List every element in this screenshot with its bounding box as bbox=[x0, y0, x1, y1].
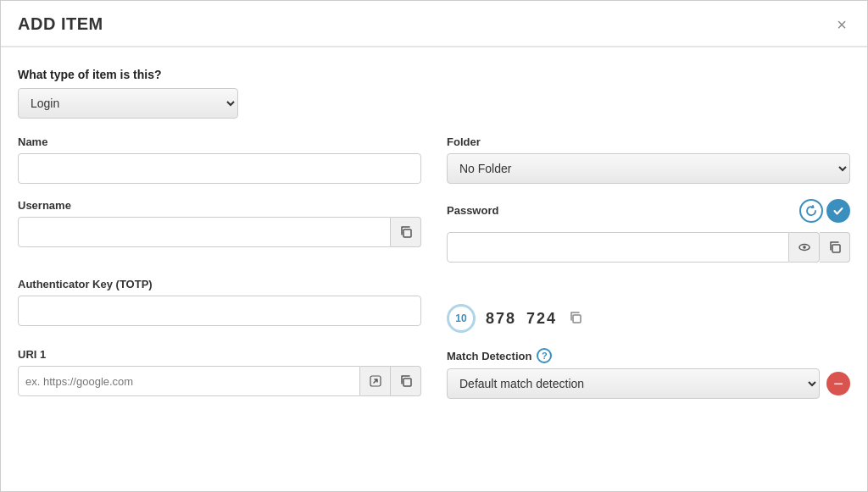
username-input[interactable] bbox=[18, 217, 391, 247]
totp-section: Authenticator Key (TOTP) 10 878 724 bbox=[18, 278, 850, 333]
password-input-wrapper bbox=[447, 232, 850, 263]
regenerate-password-button[interactable] bbox=[799, 199, 823, 223]
copy-password-button[interactable] bbox=[820, 232, 850, 263]
match-detection-help-button[interactable]: ? bbox=[537, 348, 552, 363]
username-input-wrapper bbox=[18, 217, 421, 247]
remove-uri-button[interactable]: − bbox=[826, 372, 850, 395]
launch-icon bbox=[370, 375, 381, 387]
totp-code-1: 878 bbox=[486, 310, 516, 328]
totp-label: Authenticator Key (TOTP) bbox=[18, 278, 850, 290]
password-label: Password bbox=[447, 204, 498, 217]
check-password-button[interactable] bbox=[826, 199, 850, 223]
folder-label: Folder bbox=[447, 135, 850, 148]
eye-icon bbox=[798, 240, 811, 254]
name-folder-row: Name Folder No Folder Personal Work bbox=[18, 135, 850, 184]
match-detection-label: Match Detection bbox=[447, 350, 531, 362]
uri-match-row: URI 1 bbox=[18, 348, 850, 399]
password-field-group: Password bbox=[447, 199, 850, 263]
svg-rect-3 bbox=[832, 245, 840, 252]
add-item-dialog: ADD ITEM × What type of item is this? Lo… bbox=[0, 0, 868, 492]
match-detection-select[interactable]: Default match detection Base domain Host… bbox=[447, 368, 820, 399]
username-password-row: Username Password bbox=[18, 199, 850, 263]
dialog-header: ADD ITEM × bbox=[1, 1, 867, 47]
toggle-password-visibility-button[interactable] bbox=[789, 232, 820, 263]
svg-point-2 bbox=[803, 246, 806, 249]
name-input[interactable] bbox=[18, 153, 421, 184]
uri-copy-button[interactable] bbox=[391, 366, 421, 396]
totp-input-wrapper bbox=[18, 296, 421, 326]
totp-counter-row: 10 878 724 bbox=[447, 304, 584, 333]
match-label-row: Match Detection ? bbox=[447, 348, 850, 363]
svg-rect-6 bbox=[403, 379, 411, 386]
folder-select[interactable]: No Folder Personal Work bbox=[447, 153, 850, 184]
totp-content: 10 878 724 bbox=[18, 296, 850, 333]
name-input-wrapper bbox=[18, 153, 421, 184]
copy-icon bbox=[828, 240, 842, 254]
dialog-title: ADD ITEM bbox=[18, 14, 103, 34]
username-label: Username bbox=[18, 199, 421, 212]
password-input[interactable] bbox=[447, 232, 789, 263]
regenerate-icon bbox=[805, 205, 817, 217]
name-field-group: Name bbox=[18, 135, 421, 184]
totp-input[interactable] bbox=[18, 296, 421, 326]
uri-input[interactable] bbox=[18, 366, 360, 396]
remove-icon: − bbox=[833, 375, 843, 392]
password-actions bbox=[799, 199, 850, 223]
uri-input-wrapper bbox=[18, 366, 421, 396]
close-button[interactable]: × bbox=[833, 16, 850, 33]
item-type-section: What type of item is this? Login Secure … bbox=[18, 68, 850, 119]
copy-icon bbox=[399, 225, 413, 239]
totp-copy-button[interactable] bbox=[567, 309, 584, 329]
uri-label: URI 1 bbox=[18, 348, 421, 361]
check-icon bbox=[832, 205, 844, 217]
folder-field-group: Folder No Folder Personal Work bbox=[447, 135, 850, 184]
svg-rect-4 bbox=[573, 315, 581, 323]
item-type-select[interactable]: Login Secure Note Card Identity bbox=[18, 88, 238, 119]
name-label: Name bbox=[18, 135, 421, 148]
svg-rect-0 bbox=[403, 229, 411, 237]
copy-icon bbox=[569, 311, 582, 324]
uri-launch-button[interactable] bbox=[360, 366, 391, 396]
uri-field-group: URI 1 bbox=[18, 348, 421, 399]
copy-icon bbox=[399, 374, 413, 388]
password-label-row: Password bbox=[447, 199, 850, 227]
totp-code-2: 724 bbox=[526, 310, 557, 328]
dialog-body: What type of item is this? Login Secure … bbox=[1, 47, 867, 424]
username-copy-button[interactable] bbox=[391, 217, 421, 247]
match-select-wrapper: Default match detection Base domain Host… bbox=[447, 368, 850, 399]
totp-codes: 878 724 bbox=[486, 309, 584, 329]
match-detection-group: Match Detection ? Default match detectio… bbox=[447, 348, 850, 399]
username-field-group: Username bbox=[18, 199, 421, 263]
totp-counter: 10 bbox=[447, 304, 476, 333]
item-type-label: What type of item is this? bbox=[18, 68, 850, 81]
